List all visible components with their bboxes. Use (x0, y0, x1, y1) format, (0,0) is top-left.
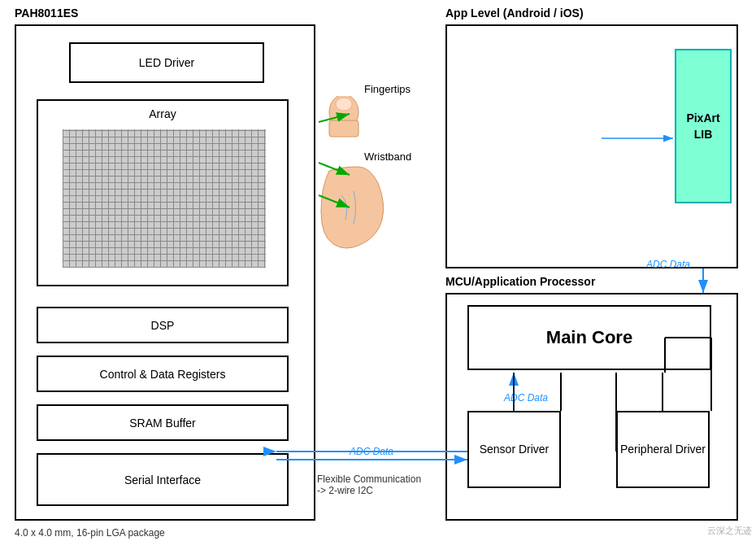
sram-box: SRAM Buffer (37, 404, 289, 441)
sensor-driver-box: Sensor Driver (467, 411, 561, 488)
wristband-label: Wristband (364, 151, 411, 163)
adc-label-flow: ADC Data (350, 446, 393, 457)
serial-box: Serial Interface (37, 453, 289, 506)
array-box: Array (37, 99, 289, 286)
diagram-container: PAH8011ES LED Driver Array DSP Control &… (0, 0, 756, 541)
fingertips-label: Fingertips (364, 83, 411, 95)
flex-comm-label: Flexible Communication -> 2-wire I2C (317, 473, 421, 496)
mcu-title: MCU/Application Processor (445, 275, 595, 288)
adc-label-internal: ADC Data (504, 392, 548, 404)
array-grid (63, 129, 266, 268)
chip-block: LED Driver Array DSP Control & Data Regi… (15, 24, 315, 521)
led-driver-box: LED Driver (69, 42, 264, 83)
fingertip-image (315, 96, 372, 141)
svg-rect-1 (329, 120, 358, 137)
pixart-lib-box: PixArt LIB (675, 49, 732, 203)
main-core-box: Main Core (467, 305, 711, 370)
chip-title: PAH8011ES (15, 7, 78, 20)
wristband-image (313, 163, 394, 252)
dsp-box: DSP (37, 307, 289, 343)
svg-point-2 (336, 98, 352, 111)
peripheral-driver-box: Peripheral Driver (616, 411, 710, 488)
app-level-title: App Level (Android / iOS) (445, 7, 584, 20)
control-box: Control & Data Registers (37, 356, 289, 392)
chip-subtitle: 4.0 x 4.0 mm, 16-pin LGA package (15, 527, 165, 539)
watermark: 云深之无迹 (707, 525, 752, 537)
adc-label-top: ADC Data (646, 259, 690, 270)
